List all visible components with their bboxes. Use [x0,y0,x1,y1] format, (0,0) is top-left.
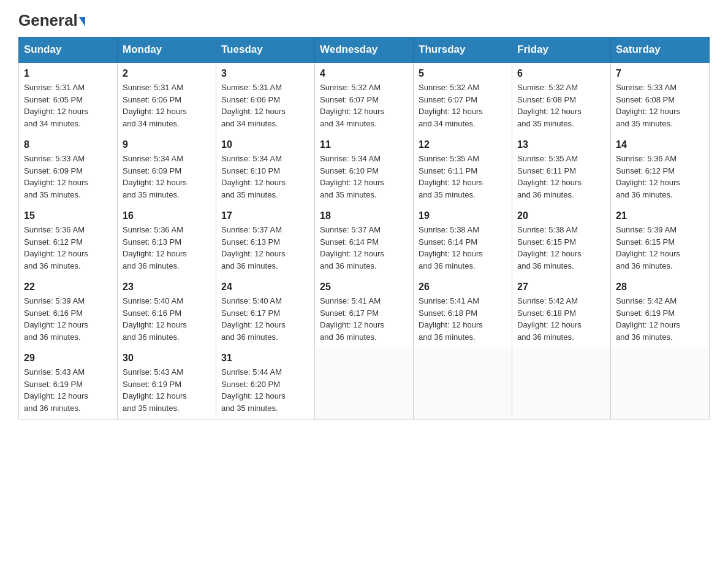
day-info: Sunrise: 5:34 AMSunset: 6:10 PMDaylight:… [221,153,309,201]
day-info: Sunrise: 5:41 AMSunset: 6:17 PMDaylight:… [320,295,408,343]
header-cell-wednesday: Wednesday [315,37,414,63]
day-cell: 22Sunrise: 5:39 AMSunset: 6:16 PMDayligh… [19,277,118,348]
day-info: Sunrise: 5:42 AMSunset: 6:19 PMDaylight:… [616,295,704,343]
day-number: 22 [24,282,112,293]
calendar-header: SundayMondayTuesdayWednesdayThursdayFrid… [19,37,710,63]
day-cell [315,348,414,419]
header-cell-thursday: Thursday [414,37,512,63]
week-row-1: 1Sunrise: 5:31 AMSunset: 6:05 PMDaylight… [19,63,710,134]
day-cell: 12Sunrise: 5:35 AMSunset: 6:11 PMDayligh… [414,134,512,205]
day-info: Sunrise: 5:39 AMSunset: 6:15 PMDaylight:… [616,224,704,272]
day-info: Sunrise: 5:34 AMSunset: 6:10 PMDaylight:… [320,153,408,201]
day-number: 10 [221,139,309,150]
header-row: SundayMondayTuesdayWednesdayThursdayFrid… [19,37,710,63]
day-cell: 24Sunrise: 5:40 AMSunset: 6:17 PMDayligh… [216,277,315,348]
day-info: Sunrise: 5:38 AMSunset: 6:15 PMDaylight:… [517,224,605,272]
day-cell: 2Sunrise: 5:31 AMSunset: 6:06 PMDaylight… [118,63,216,134]
day-number: 18 [320,210,408,221]
day-cell: 17Sunrise: 5:37 AMSunset: 6:13 PMDayligh… [216,205,315,277]
day-cell: 20Sunrise: 5:38 AMSunset: 6:15 PMDayligh… [512,205,611,277]
day-number: 30 [123,353,211,364]
day-cell [414,348,512,419]
day-info: Sunrise: 5:37 AMSunset: 6:13 PMDaylight:… [221,224,309,272]
day-info: Sunrise: 5:35 AMSunset: 6:11 PMDaylight:… [419,153,507,201]
day-cell: 14Sunrise: 5:36 AMSunset: 6:12 PMDayligh… [611,134,710,205]
page-header: General [18,12,710,27]
header-cell-friday: Friday [512,37,611,63]
day-number: 29 [24,353,112,364]
day-cell: 10Sunrise: 5:34 AMSunset: 6:10 PMDayligh… [216,134,315,205]
day-number: 19 [419,210,507,221]
day-number: 28 [616,282,704,293]
day-info: Sunrise: 5:38 AMSunset: 6:14 PMDaylight:… [419,224,507,272]
day-number: 6 [517,68,605,79]
day-info: Sunrise: 5:33 AMSunset: 6:09 PMDaylight:… [24,153,112,201]
day-number: 21 [616,210,704,221]
day-number: 3 [221,68,309,79]
day-cell: 1Sunrise: 5:31 AMSunset: 6:05 PMDaylight… [19,63,118,134]
day-info: Sunrise: 5:31 AMSunset: 6:06 PMDaylight:… [123,82,211,129]
day-info: Sunrise: 5:35 AMSunset: 6:11 PMDaylight:… [517,153,605,201]
day-cell: 28Sunrise: 5:42 AMSunset: 6:19 PMDayligh… [611,277,710,348]
day-info: Sunrise: 5:40 AMSunset: 6:16 PMDaylight:… [123,295,211,343]
day-cell: 13Sunrise: 5:35 AMSunset: 6:11 PMDayligh… [512,134,611,205]
header-cell-tuesday: Tuesday [216,37,315,63]
day-cell: 23Sunrise: 5:40 AMSunset: 6:16 PMDayligh… [118,277,216,348]
day-number: 12 [419,139,507,150]
day-cell: 25Sunrise: 5:41 AMSunset: 6:17 PMDayligh… [315,277,414,348]
logo-text: General [18,12,85,28]
day-cell: 21Sunrise: 5:39 AMSunset: 6:15 PMDayligh… [611,205,710,277]
day-cell: 4Sunrise: 5:32 AMSunset: 6:07 PMDaylight… [315,63,414,134]
day-number: 16 [123,210,211,221]
day-number: 17 [221,210,309,221]
day-cell: 31Sunrise: 5:44 AMSunset: 6:20 PMDayligh… [216,348,315,419]
day-cell: 19Sunrise: 5:38 AMSunset: 6:14 PMDayligh… [414,205,512,277]
day-number: 14 [616,139,704,150]
day-info: Sunrise: 5:36 AMSunset: 6:12 PMDaylight:… [24,224,112,272]
header-cell-monday: Monday [118,37,216,63]
day-info: Sunrise: 5:31 AMSunset: 6:05 PMDaylight:… [24,82,112,129]
day-info: Sunrise: 5:33 AMSunset: 6:08 PMDaylight:… [616,82,704,129]
day-info: Sunrise: 5:34 AMSunset: 6:09 PMDaylight:… [123,153,211,201]
week-row-2: 8Sunrise: 5:33 AMSunset: 6:09 PMDaylight… [19,134,710,205]
day-number: 4 [320,68,408,79]
day-info: Sunrise: 5:32 AMSunset: 6:07 PMDaylight:… [320,82,408,129]
day-number: 15 [24,210,112,221]
week-row-4: 22Sunrise: 5:39 AMSunset: 6:16 PMDayligh… [19,277,710,348]
day-number: 26 [419,282,507,293]
week-row-3: 15Sunrise: 5:36 AMSunset: 6:12 PMDayligh… [19,205,710,277]
day-info: Sunrise: 5:36 AMSunset: 6:12 PMDaylight:… [616,153,704,201]
day-cell: 6Sunrise: 5:32 AMSunset: 6:08 PMDaylight… [512,63,611,134]
day-info: Sunrise: 5:39 AMSunset: 6:16 PMDaylight:… [24,295,112,343]
day-info: Sunrise: 5:40 AMSunset: 6:17 PMDaylight:… [221,295,309,343]
day-cell: 26Sunrise: 5:41 AMSunset: 6:18 PMDayligh… [414,277,512,348]
day-number: 23 [123,282,211,293]
day-cell: 18Sunrise: 5:37 AMSunset: 6:14 PMDayligh… [315,205,414,277]
day-cell: 11Sunrise: 5:34 AMSunset: 6:10 PMDayligh… [315,134,414,205]
day-info: Sunrise: 5:43 AMSunset: 6:19 PMDaylight:… [24,366,112,414]
day-cell: 7Sunrise: 5:33 AMSunset: 6:08 PMDaylight… [611,63,710,134]
day-number: 9 [123,139,211,150]
day-number: 5 [419,68,507,79]
week-row-5: 29Sunrise: 5:43 AMSunset: 6:19 PMDayligh… [19,348,710,419]
day-info: Sunrise: 5:36 AMSunset: 6:13 PMDaylight:… [123,224,211,272]
day-info: Sunrise: 5:37 AMSunset: 6:14 PMDaylight:… [320,224,408,272]
calendar-body: 1Sunrise: 5:31 AMSunset: 6:05 PMDaylight… [19,63,710,419]
day-info: Sunrise: 5:42 AMSunset: 6:18 PMDaylight:… [517,295,605,343]
day-cell: 8Sunrise: 5:33 AMSunset: 6:09 PMDaylight… [19,134,118,205]
day-number: 1 [24,68,112,79]
day-number: 31 [221,353,309,364]
day-cell: 15Sunrise: 5:36 AMSunset: 6:12 PMDayligh… [19,205,118,277]
calendar-table: SundayMondayTuesdayWednesdayThursdayFrid… [18,37,710,419]
day-cell: 9Sunrise: 5:34 AMSunset: 6:09 PMDaylight… [118,134,216,205]
day-number: 25 [320,282,408,293]
day-cell: 30Sunrise: 5:43 AMSunset: 6:19 PMDayligh… [118,348,216,419]
day-number: 24 [221,282,309,293]
day-cell: 5Sunrise: 5:32 AMSunset: 6:07 PMDaylight… [414,63,512,134]
day-number: 7 [616,68,704,79]
day-number: 27 [517,282,605,293]
day-number: 13 [517,139,605,150]
day-info: Sunrise: 5:41 AMSunset: 6:18 PMDaylight:… [419,295,507,343]
day-cell: 16Sunrise: 5:36 AMSunset: 6:13 PMDayligh… [118,205,216,277]
day-cell: 3Sunrise: 5:31 AMSunset: 6:06 PMDaylight… [216,63,315,134]
